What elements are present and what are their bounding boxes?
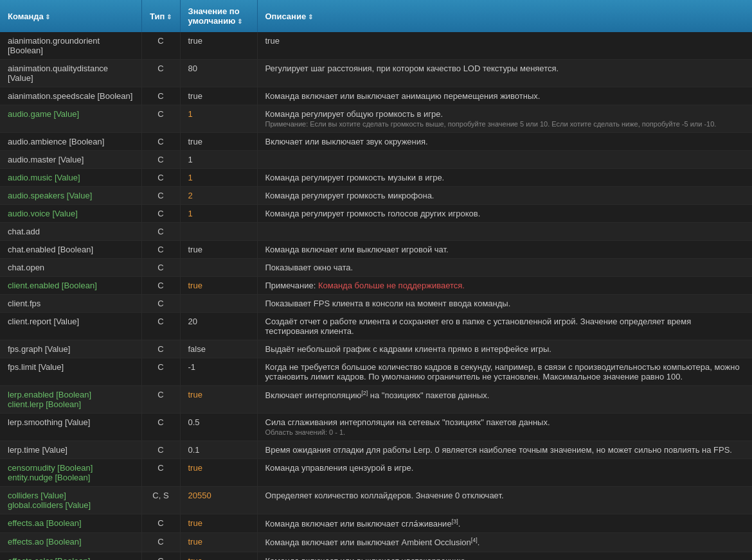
table-row: effects.ao [Boolean]CtrueКоманда включае…: [0, 533, 752, 552]
type-cell: C: [141, 259, 180, 277]
type-cell: C: [141, 133, 180, 151]
desc-cell: [257, 151, 752, 169]
type-cell: C: [141, 441, 180, 459]
cmd-cell: lerp.smoothing [Value]: [0, 414, 141, 441]
table-row: colliders [Value]global.colliders [Value…: [0, 487, 752, 514]
cmd-cell: audio.game [Value]: [0, 105, 141, 133]
default-cell: [180, 223, 257, 241]
table-row: client.fpsCПоказывает FPS клиента в конс…: [0, 295, 752, 313]
cmd-cell: audio.music [Value]: [0, 169, 141, 187]
cmd-cell: aianimation.qualitydistance [Value]: [0, 60, 141, 87]
cmd-cell: client.fps: [0, 295, 141, 313]
table-row: lerp.enabled [Boolean]client.lerp [Boole…: [0, 386, 752, 414]
cmd-cell: fps.graph [Value]: [0, 340, 141, 358]
desc-cell: Определяет количество коллайдеров. Значе…: [257, 487, 752, 514]
type-cell: C: [141, 169, 180, 187]
desc-cell: Когда не требуется большое количество ка…: [257, 358, 752, 386]
default-cell: true: [180, 552, 257, 560]
default-cell: true: [180, 32, 257, 60]
default-cell: -1: [180, 358, 257, 386]
desc-cell: Показывает FPS клиента в консоли на моме…: [257, 295, 752, 313]
desc-cell: Показывает окно чата.: [257, 259, 752, 277]
desc-cell: Команда включает или выключает Ambient O…: [257, 533, 752, 552]
desc-cell: Команда регулирует громкость микрофона.: [257, 187, 752, 205]
desc-cell: Команда регулирует громкость голосов дру…: [257, 205, 752, 223]
desc-cell: Сила сглаживания интерполяции на сетевых…: [257, 414, 752, 441]
type-cell: C: [141, 358, 180, 386]
type-cell: C: [141, 241, 180, 259]
default-cell: true: [180, 87, 257, 105]
default-cell: true: [180, 241, 257, 259]
cmd-cell: chat.open: [0, 259, 141, 277]
desc-cell: Создаёт отчет о работе клиента и сохраня…: [257, 313, 752, 340]
default-cell: 2: [180, 187, 257, 205]
default-cell: 20550: [180, 487, 257, 514]
header-desc[interactable]: Описание: [257, 0, 752, 32]
default-cell: true: [180, 514, 257, 533]
type-cell: C: [141, 313, 180, 340]
type-cell: C: [141, 32, 180, 60]
table-row: audio.game [Value]C1Команда регулирует о…: [0, 105, 752, 133]
default-cell: 80: [180, 60, 257, 87]
default-cell: true: [180, 386, 257, 414]
default-cell: true: [180, 459, 257, 487]
default-cell: 0.5: [180, 414, 257, 441]
default-cell: [180, 259, 257, 277]
desc-cell: Включает интерполяцию[2] на "позициях" п…: [257, 386, 752, 414]
table-row: effects.aa [Boolean]CtrueКоманда включае…: [0, 514, 752, 533]
cmd-cell: fps.limit [Value]: [0, 358, 141, 386]
table-row: lerp.time [Value]C0.1Время ожидания отла…: [0, 441, 752, 459]
default-cell: [180, 295, 257, 313]
default-cell: 1: [180, 151, 257, 169]
desc-cell: Команда регулирует громкость музыки в иг…: [257, 169, 752, 187]
type-cell: C: [141, 552, 180, 560]
type-cell: C: [141, 340, 180, 358]
default-cell: 1: [180, 169, 257, 187]
table-row: audio.voice [Value]C1Команда регулирует …: [0, 205, 752, 223]
desc-cell: [257, 223, 752, 241]
header-default[interactable]: Значение по умолчанию: [180, 0, 257, 32]
header-cmd[interactable]: Команда: [0, 0, 141, 32]
table-row: client.report [Value]C20Создаёт отчет о …: [0, 313, 752, 340]
table-row: audio.ambience [Boolean]CtrueВключает ил…: [0, 133, 752, 151]
table-row: audio.master [Value]C1: [0, 151, 752, 169]
cmd-cell: censornudity [Boolean]entity.nudge [Bool…: [0, 459, 141, 487]
cmd-cell: lerp.enabled [Boolean]client.lerp [Boole…: [0, 386, 141, 414]
table-row: fps.limit [Value]C-1Когда не требуется б…: [0, 358, 752, 386]
type-cell: C: [141, 295, 180, 313]
table-row: chat.addC: [0, 223, 752, 241]
type-cell: C: [141, 386, 180, 414]
table-row: aianimation.speedscale [Boolean]CtrueКом…: [0, 87, 752, 105]
type-cell: C, S: [141, 487, 180, 514]
header-type[interactable]: Тип: [141, 0, 180, 32]
default-cell: 1: [180, 205, 257, 223]
type-cell: C: [141, 223, 180, 241]
type-cell: C: [141, 187, 180, 205]
table-row: client.enabled [Boolean]CtrueПримечание:…: [0, 277, 752, 295]
type-cell: C: [141, 87, 180, 105]
desc-cell: Команда включает или выключает анимацию …: [257, 87, 752, 105]
type-cell: C: [141, 205, 180, 223]
type-cell: C: [141, 414, 180, 441]
desc-cell: Примечание: Команда больше не поддержива…: [257, 277, 752, 295]
table-row: effects.color [Boolean]CtrueКоманда вклю…: [0, 552, 752, 560]
default-cell: false: [180, 340, 257, 358]
desc-cell: true: [257, 32, 752, 60]
table-row: aianimation.qualitydistance [Value]C80Ре…: [0, 60, 752, 87]
cmd-cell: chat.enabled [Boolean]: [0, 241, 141, 259]
type-cell: C: [141, 151, 180, 169]
table-row: chat.openCПоказывает окно чата.: [0, 259, 752, 277]
desc-cell: Включает или выключает звук окружения.: [257, 133, 752, 151]
type-cell: C: [141, 459, 180, 487]
default-cell: true: [180, 133, 257, 151]
default-cell: true: [180, 277, 257, 295]
default-cell: true: [180, 533, 257, 552]
table-row: fps.graph [Value]CfalseВыдаёт небольшой …: [0, 340, 752, 358]
cmd-cell: client.report [Value]: [0, 313, 141, 340]
desc-cell: Выдаёт небольшой график с кадрами клиент…: [257, 340, 752, 358]
desc-cell: Команда включает или выключает сгла́жива…: [257, 514, 752, 533]
table-row: lerp.smoothing [Value]C0.5Сила сглаживан…: [0, 414, 752, 441]
table-row: audio.speakers [Value]C2Команда регулиру…: [0, 187, 752, 205]
cmd-cell: effects.aa [Boolean]: [0, 514, 141, 533]
default-cell: 1: [180, 105, 257, 133]
